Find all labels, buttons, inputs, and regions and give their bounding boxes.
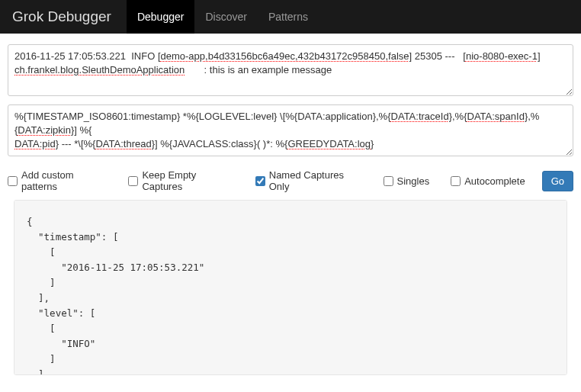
log-input[interactable] — [8, 44, 573, 96]
pattern-input[interactable] — [8, 104, 573, 156]
options-row: Add custom patterns Keep Empty Captures … — [8, 165, 573, 200]
opt-singles[interactable]: Singles — [384, 175, 430, 187]
opt-add-custom[interactable]: Add custom patterns — [8, 169, 111, 192]
opt-label: Named Captures Only — [269, 169, 367, 192]
brand: Grok Debugger — [12, 8, 111, 25]
go-button[interactable]: Go — [542, 171, 573, 191]
checkbox-keep-empty[interactable] — [128, 176, 138, 186]
pattern-wrap: %{TIMESTAMP_ISO8601:timestamp} *%{LOGLEV… — [8, 104, 573, 165]
nav-tabs: Debugger Discover Patterns — [127, 0, 319, 34]
opt-label: Autocomplete — [464, 175, 525, 187]
checkbox-singles[interactable] — [384, 176, 393, 186]
opt-keep-empty[interactable]: Keep Empty Captures — [128, 169, 238, 192]
opt-label: Add custom patterns — [21, 169, 111, 192]
tab-debugger[interactable]: Debugger — [127, 0, 195, 34]
opt-autocomplete[interactable]: Autocomplete — [451, 175, 525, 187]
tab-patterns[interactable]: Patterns — [258, 0, 319, 34]
output-json: { "timestamp": [ [ "2016-11-25 17:05:53.… — [14, 200, 567, 375]
opt-label: Keep Empty Captures — [142, 169, 238, 192]
tab-discover[interactable]: Discover — [194, 0, 257, 34]
main: 2016-11-25 17:05:53.221 INFO [demo-app,b… — [0, 34, 581, 386]
opt-named-only[interactable]: Named Captures Only — [255, 169, 367, 192]
checkbox-named-only[interactable] — [255, 176, 265, 186]
checkbox-autocomplete[interactable] — [451, 176, 461, 186]
checkbox-add-custom[interactable] — [8, 176, 18, 186]
input-wrap: 2016-11-25 17:05:53.221 INFO [demo-app,b… — [8, 44, 573, 104]
navbar: Grok Debugger Debugger Discover Patterns — [0, 0, 581, 34]
opt-label: Singles — [397, 175, 430, 187]
